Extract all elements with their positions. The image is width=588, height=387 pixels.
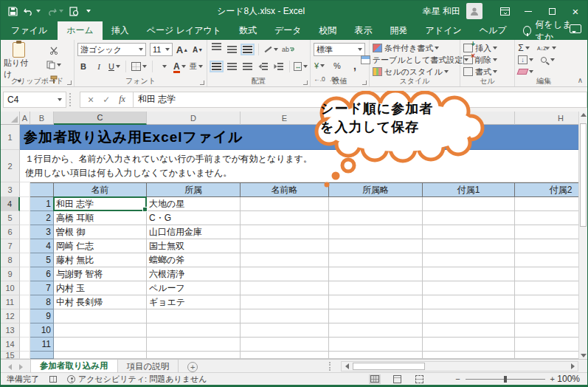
column-header-E[interactable]: E — [241, 112, 329, 125]
shrink-font-button[interactable]: A▼ — [192, 43, 204, 56]
seed-cell-11[interactable]: 8 — [30, 295, 54, 309]
phonetic-guide-button[interactable]: 亜 — [190, 60, 203, 73]
font-dialog-launcher[interactable] — [200, 81, 204, 85]
font-color-button[interactable]: A — [173, 60, 186, 73]
empty-cell[interactable] — [241, 295, 329, 309]
column-header-A[interactable]: A — [20, 112, 30, 125]
namebox-splitter[interactable] — [69, 93, 77, 106]
table-header-所属略[interactable]: 所属略 — [329, 182, 423, 197]
clipboard-dialog-launcher[interactable] — [67, 81, 72, 85]
column-header-B[interactable]: B — [30, 112, 54, 125]
empty-cell[interactable] — [423, 323, 515, 338]
zoom-out-button[interactable]: − — [455, 374, 460, 383]
empty-cell[interactable] — [423, 253, 515, 267]
page-layout-view-button[interactable] — [391, 374, 403, 384]
name-cell-10[interactable]: 内村 玉 — [54, 281, 147, 295]
cell-A15[interactable] — [20, 352, 30, 359]
row-header-2[interactable]: 2 — [1, 150, 20, 182]
seed-cell-7[interactable]: 4 — [30, 239, 54, 253]
confirm-entry-button[interactable]: ✓ — [103, 95, 110, 105]
column-header-D[interactable]: D — [147, 112, 241, 125]
tab-数式[interactable]: 数式 — [230, 21, 266, 40]
name-box[interactable]: C4 — [3, 92, 66, 108]
empty-cell[interactable] — [329, 338, 423, 352]
number-format-combobox[interactable]: 標準 — [314, 43, 365, 56]
table-header-所属[interactable]: 所属 — [147, 182, 241, 197]
avatar[interactable] — [466, 3, 482, 19]
undo-icon[interactable] — [24, 7, 41, 16]
empty-cell[interactable] — [329, 323, 423, 338]
empty-cell[interactable] — [515, 267, 580, 281]
cut-button[interactable] — [36, 44, 71, 57]
column-header-C[interactable]: C — [54, 112, 147, 125]
seed-cell-14[interactable]: 11 — [30, 338, 54, 352]
seed-cell-5[interactable]: 2 — [30, 211, 54, 225]
fill-color-button[interactable] — [158, 60, 170, 73]
increase-indent-button[interactable] — [272, 60, 284, 73]
sheet-next-icon[interactable] — [19, 364, 23, 370]
align-right-button[interactable] — [241, 60, 253, 73]
empty-cell[interactable] — [423, 211, 515, 225]
name-cell-7[interactable]: 岡崎 仁志 — [54, 239, 147, 253]
name-cell-12[interactable] — [54, 309, 147, 323]
underline-button[interactable]: U — [108, 60, 120, 73]
empty-cell[interactable] — [423, 338, 515, 352]
print-preview-icon[interactable] — [69, 7, 79, 16]
empty-cell[interactable] — [329, 352, 423, 359]
find-select-button[interactable] — [541, 53, 555, 66]
table-header-付属1[interactable]: 付属1 — [423, 182, 515, 197]
empty-cell[interactable] — [423, 197, 515, 211]
vertical-scrollbar[interactable] — [578, 112, 587, 359]
row-header-3[interactable]: 3 — [1, 182, 20, 197]
empty-cell[interactable] — [329, 309, 423, 323]
empty-cell[interactable] — [241, 352, 329, 359]
wrap-text-button[interactable]: ab — [282, 43, 295, 56]
row-header-8[interactable]: 8 — [1, 253, 20, 267]
name-cell-5[interactable]: 高橋 耳順 — [54, 211, 147, 225]
empty-cell[interactable] — [515, 197, 580, 211]
zoom-slider-thumb[interactable] — [504, 376, 507, 383]
empty-cell[interactable] — [515, 352, 580, 359]
empty-cell[interactable] — [423, 352, 515, 359]
empty-cell[interactable] — [515, 239, 580, 253]
empty-cell[interactable] — [329, 197, 423, 211]
name-cell-11[interactable]: 中村 長剣帰 — [54, 295, 147, 309]
seed-cell-8[interactable]: 5 — [30, 253, 54, 267]
title-banner-cell[interactable]: 参加者取り込み用Excelファイル — [20, 125, 580, 150]
seed-cell-12[interactable]: 9 — [30, 309, 54, 323]
insert-function-button[interactable]: fx — [119, 94, 125, 105]
note-cell[interactable]: １行目から、名前が入力されていない行の手前までが有効となります。使用しない項目は… — [20, 150, 580, 182]
horizontal-scrollbar[interactable] — [341, 361, 578, 371]
cell-A4[interactable] — [20, 197, 30, 211]
cell-A6[interactable] — [20, 225, 30, 239]
empty-cell[interactable] — [423, 225, 515, 239]
row-header-13[interactable]: 13 — [1, 323, 20, 338]
empty-cell[interactable] — [241, 253, 329, 267]
bold-button[interactable]: B — [77, 60, 89, 73]
empty-cell[interactable] — [329, 295, 423, 309]
empty-cell[interactable] — [54, 352, 147, 359]
empty-cell[interactable] — [515, 211, 580, 225]
row-header-10[interactable]: 10 — [1, 281, 20, 295]
empty-cell[interactable] — [329, 211, 423, 225]
empty-cell[interactable] — [147, 352, 241, 359]
tab-表示[interactable]: 表示 — [346, 21, 381, 40]
select-all-corner[interactable] — [1, 112, 20, 125]
column-header-G[interactable]: G — [423, 112, 515, 125]
cell-B3[interactable] — [30, 182, 54, 197]
tab-file[interactable]: ファイル — [1, 21, 58, 40]
group-cell-7[interactable]: 国士無双 — [147, 239, 241, 253]
empty-cell[interactable] — [329, 253, 423, 267]
group-cell-13[interactable] — [147, 323, 241, 338]
scroll-left-button[interactable] — [342, 362, 351, 371]
empty-cell[interactable] — [423, 267, 515, 281]
seed-cell-4[interactable]: 1 — [30, 197, 54, 211]
row-header-14[interactable]: 14 — [1, 338, 20, 352]
align-bottom-button[interactable] — [241, 43, 253, 56]
tab-ページ レイアウト[interactable]: ページ レイアウト — [138, 21, 230, 40]
redo-icon[interactable] — [46, 7, 63, 16]
empty-cell[interactable] — [515, 253, 580, 267]
empty-cell[interactable] — [423, 309, 515, 323]
empty-cell[interactable] — [329, 281, 423, 295]
table-header-名前[interactable]: 名前 — [54, 182, 147, 197]
